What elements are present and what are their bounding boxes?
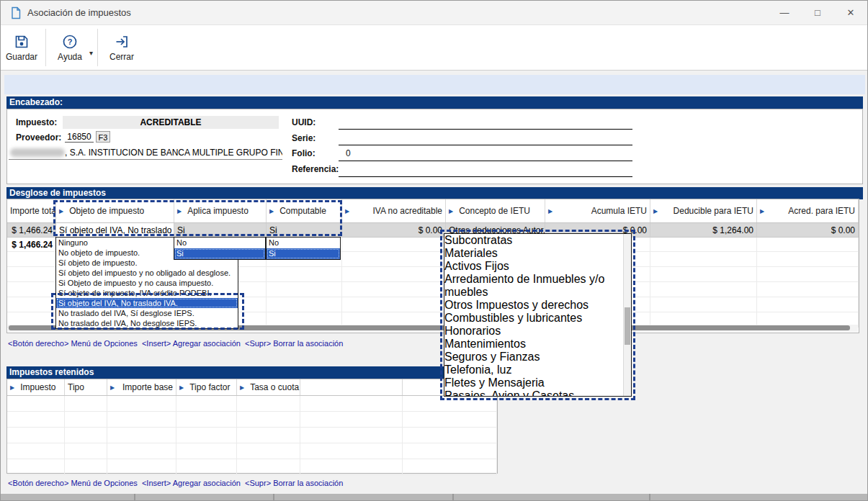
table-row — [7, 412, 497, 428]
dropdown-option-selected[interactable]: Si — [267, 248, 340, 259]
column-header-acumula-ietu[interactable]: ▶Acumula IETU — [545, 199, 650, 222]
folio-underline — [339, 161, 632, 161]
column-arrow-icon: ▶ — [177, 208, 182, 215]
dropdown-option[interactable]: No traslado del IVA, No desglose IEPS. — [56, 318, 238, 328]
toolbar-separator — [97, 29, 98, 66]
column-header-concepto-ietu[interactable]: ▶Concepto de IETU — [446, 199, 545, 222]
column-arrow-icon: ▶ — [653, 208, 658, 215]
uuid-label: UUID: — [292, 117, 316, 127]
table-row — [7, 396, 497, 412]
column-arrow-icon: ▶ — [110, 384, 115, 391]
f3-lookup-button[interactable]: F3 — [96, 131, 110, 143]
info-band — [4, 75, 865, 94]
column-header-tipo-factor[interactable]: ▶Tipo factor — [176, 379, 237, 395]
column-header-iva-no-acreditable[interactable]: ▶IVA no acreditable — [342, 199, 446, 222]
proveedor-name-underline — [9, 159, 282, 160]
column-arrow-icon: ▶ — [760, 208, 764, 215]
concepto-ietu-dropdown-selection: Subcontratas Materiales Activos Fijos Ar… — [440, 230, 635, 400]
dropdown-option[interactable]: Subcontratas — [444, 234, 631, 247]
column-header-importe-base[interactable]: ▶Importe base — [107, 379, 176, 395]
exit-icon — [114, 34, 130, 50]
titlebar: Asociación de impuestos — □ ✕ — [1, 1, 867, 24]
concepto-ietu-dropdown: Subcontratas Materiales Activos Fijos Ar… — [444, 233, 632, 397]
retenidos-table: ▶Impuesto Tipo ▶Importe base ▶Tipo facto… — [6, 379, 498, 474]
aplica-impuesto-dropdown: No Si — [174, 237, 266, 260]
column-arrow-icon: ▶ — [240, 384, 244, 391]
impuesto-value-field: ACREDITABLE — [63, 116, 279, 129]
serie-label: Serie: — [292, 133, 316, 143]
encabezado-panel: Impuesto: ACREDITABLE Proveedor: 16850 F… — [6, 109, 863, 184]
maximize-button[interactable]: □ — [801, 1, 834, 24]
dropdown-option-selected[interactable]: Si objeto del IVA, No traslado IVA. — [56, 298, 238, 308]
minimize-button[interactable]: — — [768, 1, 801, 24]
column-header-impuesto[interactable]: ▶Impuesto — [7, 379, 65, 395]
desglose-header-row: Importe total ▶Objeto de impuesto ▶Aplic… — [7, 199, 859, 223]
dropdown-option[interactable]: Si Objeto de impuesto y no causa impuest… — [56, 278, 238, 288]
column-header-tasa-cuota[interactable]: ▶Tasa o cuota — [237, 379, 300, 395]
dropdown-option[interactable]: Sí objeto de impuesto, IVA crédito PODEB… — [56, 288, 238, 298]
dropdown-option[interactable]: Sí objeto del impuesto y no obligado al … — [56, 268, 238, 278]
folio-input[interactable]: 0 — [346, 148, 351, 158]
referencia-underline — [339, 176, 632, 177]
dropdown-option[interactable]: Honorarios — [444, 325, 631, 338]
close-button[interactable]: ✕ — [834, 1, 867, 24]
column-header-aplica-impuesto[interactable]: ▶Aplica impuesto — [174, 199, 267, 222]
retenidos-section-header: Impuestos retenidos — [6, 366, 498, 379]
dropdown-option[interactable]: Seguros y Fianzas — [444, 351, 631, 364]
bottom-edge-strip — [1, 494, 867, 500]
dropdown-option[interactable]: Otros Impuestos y derechos — [444, 299, 631, 312]
proveedor-name: , S.A. INSTITUCION DE BANCA MULTIPLE GRU… — [65, 148, 282, 158]
table-row — [7, 428, 497, 443]
desglose-section-header: Desglose de impuestos — [6, 187, 863, 199]
dropdown-option[interactable]: No traslado del IVA, Sí desglose IEPS. — [56, 308, 238, 318]
dropdown-option[interactable]: No — [174, 238, 265, 248]
dropdown-option-selected[interactable]: Si — [174, 248, 265, 259]
save-button[interactable]: Guardar — [3, 27, 40, 68]
column-header-objeto-impuesto[interactable]: ▶Objeto de impuesto — [56, 199, 174, 222]
window-title: Asociación de impuestos — [27, 7, 131, 18]
tax-association-window: Asociación de impuestos — □ ✕ Guardar ? … — [0, 0, 868, 501]
scrollbar-thumb[interactable] — [625, 307, 630, 345]
column-arrow-icon: ▶ — [548, 208, 552, 215]
options-hint: <Botón derecho> Menú de Opciones <Insert… — [8, 339, 343, 348]
dropdown-option[interactable]: Activos Fijos — [444, 260, 631, 273]
column-header-deducible-ietu[interactable]: ▶Deducible para IETU — [650, 199, 757, 222]
dropdown-option[interactable]: Fletes y Mensajeria — [444, 376, 631, 389]
svg-text:?: ? — [68, 37, 73, 46]
column-header-acred-ietu[interactable]: ▶Acred. para IETU — [757, 199, 859, 222]
table-row — [7, 459, 497, 475]
column-arrow-icon: ▶ — [59, 208, 63, 215]
impuesto-label: Impuesto: — [16, 117, 57, 127]
column-arrow-icon: ▶ — [345, 208, 349, 215]
column-header-importe-total[interactable]: Importe total — [7, 199, 56, 222]
column-arrow-icon: ▶ — [179, 384, 184, 391]
toolbar-separator — [45, 29, 46, 66]
table-row — [7, 443, 497, 459]
dropdown-option[interactable]: No — [267, 238, 340, 248]
column-arrow-icon: ▶ — [449, 208, 453, 215]
proveedor-input[interactable]: 16850 — [65, 132, 94, 143]
proveedor-label: Proveedor: — [16, 132, 61, 143]
column-arrow-icon: ▶ — [10, 384, 14, 391]
document-icon — [10, 6, 22, 19]
dropdown-option[interactable]: Materiales — [444, 247, 631, 260]
dropdown-option[interactable]: Mantenimientos — [444, 338, 631, 351]
column-header-computable[interactable]: ▶Computable — [267, 199, 342, 222]
close-window-button[interactable]: Cerrar — [103, 27, 140, 68]
computable-dropdown: No Si — [266, 237, 341, 260]
help-dropdown-caret-icon[interactable]: ▾ — [89, 49, 93, 57]
column-header-tipo[interactable]: Tipo — [65, 379, 107, 395]
dropdown-option[interactable]: Arredamiento de Inmuebles y/o muebles — [444, 273, 631, 299]
encabezado-section-header: Encabezado: — [6, 96, 863, 109]
table-row-selected[interactable]: $ 1,466.24 Sí objeto del IVA, No traslad… — [7, 223, 859, 238]
dropdown-option[interactable]: Telefonia, luz — [444, 364, 631, 376]
retenidos-header-row: ▶Impuesto Tipo ▶Importe base ▶Tipo facto… — [7, 379, 497, 396]
help-button[interactable]: ? Ayuda — [51, 27, 89, 68]
window-controls: — □ ✕ — [768, 1, 867, 24]
column-arrow-icon: ▶ — [269, 208, 274, 215]
serie-underline — [339, 145, 632, 145]
vertical-scrollbar[interactable] — [623, 234, 631, 396]
dropdown-option[interactable]: Pasajes, Avion y Casetas — [444, 389, 631, 397]
dropdown-option[interactable]: Combustibles y lubricantes — [444, 312, 631, 325]
toolbar: Guardar ? Ayuda ▾ Cerrar — [1, 24, 867, 71]
